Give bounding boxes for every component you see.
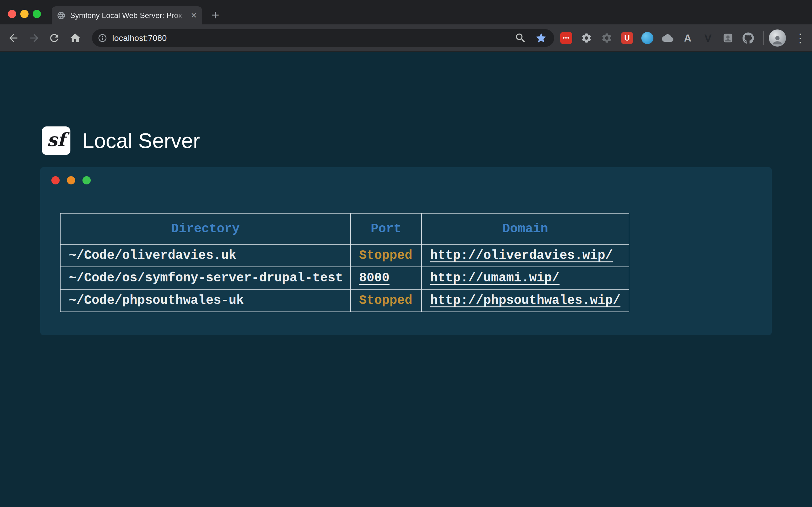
table-row: ~/Code/oliverdavies.uk Stopped http://ol… bbox=[60, 244, 629, 267]
star-icon bbox=[535, 32, 547, 44]
port-link[interactable]: 8000 bbox=[359, 271, 390, 285]
tab-close-icon[interactable]: ✕ bbox=[191, 11, 197, 20]
extension-ublock-button[interactable]: U bbox=[620, 31, 635, 45]
generic-extension-icon bbox=[722, 32, 734, 44]
terminal-panel: Directory Port Domain ~/Code/oliverdavie… bbox=[40, 167, 772, 335]
server-table: Directory Port Domain ~/Code/oliverdavie… bbox=[60, 213, 629, 312]
letter-v-icon: V bbox=[705, 32, 712, 44]
extension-generic-button[interactable] bbox=[721, 31, 735, 45]
domain-cell: http://umami.wip/ bbox=[421, 267, 629, 289]
port-status-cell: 8000 bbox=[351, 267, 421, 289]
domain-cell: http://oliverdavies.wip/ bbox=[421, 244, 629, 267]
port-status-cell: Stopped bbox=[351, 289, 421, 312]
extension-blue-circle-button[interactable] bbox=[640, 31, 655, 45]
back-icon bbox=[7, 32, 19, 44]
brand-header: sf Local Server bbox=[42, 126, 200, 155]
gear-icon bbox=[581, 32, 592, 44]
address-bar[interactable]: localhost:7080 bbox=[92, 29, 554, 47]
new-tab-button[interactable]: + bbox=[208, 8, 223, 23]
cog-icon bbox=[601, 32, 612, 44]
panel-green-dot bbox=[83, 176, 91, 184]
profile-avatar[interactable] bbox=[769, 30, 786, 47]
reload-icon bbox=[48, 32, 60, 44]
directory-cell: ~/Code/oliverdavies.uk bbox=[60, 244, 351, 267]
extension-v-button[interactable]: V bbox=[701, 31, 715, 45]
domain-link[interactable]: http://umami.wip/ bbox=[430, 271, 560, 285]
globe-favicon-icon bbox=[57, 11, 66, 20]
extension-a-button[interactable]: A bbox=[680, 31, 695, 45]
blue-circle-icon bbox=[641, 32, 653, 44]
panel-orange-dot bbox=[67, 176, 75, 184]
extension-gear-light-button[interactable] bbox=[579, 31, 594, 45]
domain-link[interactable]: http://oliverdavies.wip/ bbox=[430, 248, 613, 263]
window-minimize-button[interactable] bbox=[20, 10, 29, 18]
browser-tab[interactable]: Symfony Local Web Server: Prox ✕ bbox=[52, 6, 202, 24]
domain-cell: http://phpsouthwales.wip/ bbox=[421, 289, 629, 312]
person-icon bbox=[771, 34, 784, 47]
tab-title: Symfony Local Web Server: Prox bbox=[70, 11, 188, 20]
cloud-icon bbox=[662, 32, 673, 44]
extension-cloud-button[interactable] bbox=[660, 31, 675, 45]
window-close-button[interactable] bbox=[8, 10, 16, 18]
extension-github-button[interactable] bbox=[741, 31, 756, 45]
url-text: localhost:7080 bbox=[112, 33, 548, 43]
column-header-port: Port bbox=[351, 213, 421, 244]
browser-menu-button[interactable]: ⋮ bbox=[792, 30, 809, 47]
page-content: sf Local Server Directory Port Domain ~/… bbox=[0, 52, 812, 507]
table-header-row: Directory Port Domain bbox=[60, 213, 629, 244]
site-info-icon[interactable] bbox=[98, 33, 107, 43]
toolbar-divider bbox=[763, 32, 764, 45]
directory-cell: ~/Code/phpsouthwales-uk bbox=[60, 289, 351, 312]
tab-strip: Symfony Local Web Server: Prox ✕ + bbox=[0, 0, 812, 24]
column-header-domain: Domain bbox=[421, 213, 629, 244]
bookmark-star-button[interactable] bbox=[532, 30, 550, 47]
home-icon bbox=[69, 32, 81, 44]
letter-a-icon: A bbox=[684, 32, 691, 44]
extension-gear-dark-button[interactable] bbox=[600, 31, 614, 45]
zoom-button[interactable] bbox=[512, 30, 529, 47]
reload-button[interactable] bbox=[46, 30, 63, 47]
page-title: Local Server bbox=[83, 129, 200, 153]
extension-red-dots-button[interactable]: ••• bbox=[559, 31, 573, 45]
table-row: ~/Code/phpsouthwales-uk Stopped http://p… bbox=[60, 289, 629, 312]
panel-red-dot bbox=[51, 176, 60, 184]
table-row: ~/Code/os/symfony-server-drupal-test 800… bbox=[60, 267, 629, 289]
window-fullscreen-button[interactable] bbox=[33, 10, 41, 18]
domain-link[interactable]: http://phpsouthwales.wip/ bbox=[430, 293, 620, 308]
forward-icon bbox=[28, 32, 40, 44]
browser-toolbar: localhost:7080 ••• U A V ⋮ bbox=[0, 24, 812, 52]
symfony-logo: sf bbox=[42, 126, 70, 155]
back-button[interactable] bbox=[5, 30, 22, 47]
port-status-cell: Stopped bbox=[351, 244, 421, 267]
directory-cell: ~/Code/os/symfony-server-drupal-test bbox=[60, 267, 351, 289]
red-dots-icon: ••• bbox=[560, 32, 572, 44]
github-octocat-icon bbox=[743, 32, 754, 44]
forward-button[interactable] bbox=[26, 30, 43, 47]
ublock-shield-icon: U bbox=[621, 32, 633, 44]
magnifier-icon bbox=[514, 32, 526, 44]
column-header-directory: Directory bbox=[60, 213, 351, 244]
home-button[interactable] bbox=[67, 30, 84, 47]
